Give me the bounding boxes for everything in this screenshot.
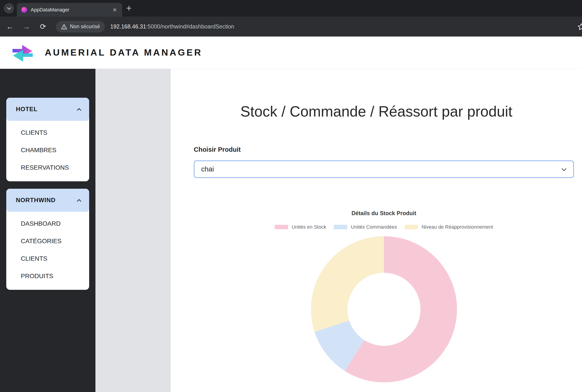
browser-toolbar: ← → ⟳ Non sécurisé 192.168.46.31:5000/no…	[0, 16, 582, 36]
product-select[interactable]: chai	[194, 160, 574, 178]
content-gutter	[95, 69, 171, 392]
bookmark-star-icon[interactable]	[577, 22, 582, 31]
dashboard-section: Choisir Produit chai Détails du Stock Pr…	[194, 146, 574, 382]
legend-swatch-yellow	[405, 225, 418, 229]
sidebar-group-northwind-header[interactable]: NORTHWIND	[6, 189, 89, 212]
legend-swatch-blue	[334, 225, 347, 229]
legend-item-reapprovisionnement[interactable]: Niveau de Réapprovisionnement	[405, 224, 493, 230]
page-title: Stock / Commande / Réassort par produit	[171, 103, 582, 120]
chevron-up-icon	[77, 108, 81, 112]
chart-legend: Unités en Stock Unités Commandées Niveau…	[194, 224, 574, 230]
product-select-value: chai	[201, 165, 214, 173]
forward-icon[interactable]: →	[20, 20, 33, 34]
sidebar-group-hotel-header[interactable]: HOTEL	[6, 98, 89, 121]
chart-title: Détails du Stock Produit	[194, 210, 574, 216]
security-chip-label: Non sécurisé	[70, 24, 100, 30]
legend-label: Unités Commandées	[351, 224, 397, 230]
security-chip[interactable]: Non sécurisé	[56, 21, 105, 32]
product-select-label: Choisir Produit	[194, 146, 574, 153]
sidebar-group-hotel: HOTEL CLIENTS CHAMBRES RESERVATIONS	[6, 98, 89, 181]
sidebar-group-items: CLIENTS CHAMBRES RESERVATIONS	[6, 121, 89, 176]
new-tab-button[interactable]: +	[126, 4, 132, 13]
main-panel: Stock / Commande / Réassort par produit …	[171, 69, 582, 392]
legend-item-stock[interactable]: Unités en Stock	[275, 224, 326, 230]
tab-strip: AppDataManager × +	[0, 0, 582, 16]
chevron-up-icon	[77, 199, 81, 204]
legend-label: Niveau de Réapprovisionnement	[422, 224, 493, 230]
app-title: AUMERIAL DATA MANAGER	[45, 47, 202, 58]
sidebar-item-chambres[interactable]: CHAMBRES	[6, 142, 89, 159]
sidebar-group-label: HOTEL	[16, 106, 38, 113]
app-logo-icon	[11, 42, 34, 63]
address-bar[interactable]: 192.168.46.31:5000/northwind#dashboardSe…	[110, 23, 234, 30]
donut-chart	[311, 236, 457, 382]
sidebar-group-label: NORTHWIND	[16, 197, 55, 204]
tab-search-button[interactable]	[4, 3, 14, 14]
sidebar-group-items: DASHBOARD CATÉGORIES CLIENTS PRODUITS	[6, 212, 89, 285]
sidebar: HOTEL CLIENTS CHAMBRES RESERVATIONS NORT…	[0, 69, 95, 392]
chevron-down-icon	[562, 166, 566, 171]
url-host: 192.168.46.31	[110, 23, 146, 30]
back-icon[interactable]: ←	[3, 20, 16, 34]
app-header: AUMERIAL DATA MANAGER	[0, 36, 582, 69]
legend-item-commandees[interactable]: Unités Commandées	[334, 224, 397, 230]
content-area: HOTEL CLIENTS CHAMBRES RESERVATIONS NORT…	[0, 69, 582, 392]
browser-window: AppDataManager × + ← → ⟳ Non sécurisé 19…	[0, 0, 582, 392]
chevron-down-icon	[7, 6, 11, 10]
legend-label: Unités en Stock	[292, 224, 326, 230]
browser-tab[interactable]: AppDataManager ×	[17, 3, 122, 16]
sidebar-item-reservations[interactable]: RESERVATIONS	[6, 159, 89, 176]
legend-swatch-pink	[275, 225, 288, 229]
tab-close-icon[interactable]: ×	[112, 6, 118, 13]
sidebar-item-clients[interactable]: CLIENTS	[6, 124, 89, 142]
warning-triangle-icon	[61, 24, 67, 30]
sidebar-item-dashboard[interactable]: DASHBOARD	[6, 215, 89, 232]
reload-icon[interactable]: ⟳	[36, 20, 50, 34]
sidebar-group-northwind: NORTHWIND DASHBOARD CATÉGORIES CLIENTS P…	[6, 189, 89, 290]
tab-title: AppDataManager	[31, 7, 108, 13]
sidebar-item-produits[interactable]: PRODUITS	[6, 268, 89, 285]
sidebar-item-categories[interactable]: CATÉGORIES	[6, 232, 89, 250]
tab-favicon-icon	[21, 7, 27, 13]
sidebar-item-clients-nw[interactable]: CLIENTS	[6, 250, 89, 268]
url-path: :5000/northwind#dashboardSection	[146, 23, 234, 30]
